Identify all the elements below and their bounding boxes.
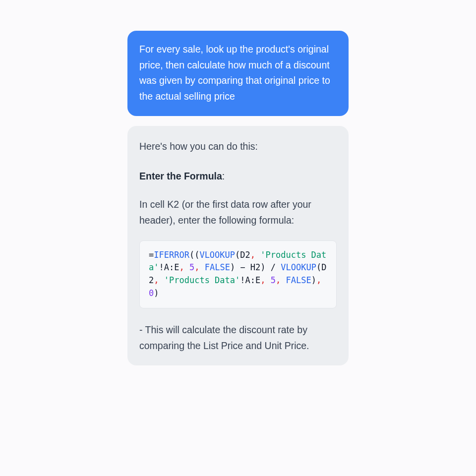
- code-token: VLOOKUP: [281, 262, 316, 272]
- assistant-bullet: - This will calculate the discount rate …: [139, 322, 337, 354]
- user-message-bubble: For every sale, look up the product's or…: [127, 31, 349, 116]
- code-token: =: [149, 250, 154, 260]
- code-token: ,: [154, 275, 159, 285]
- chat-column: For every sale, look up the product's or…: [127, 31, 349, 365]
- assistant-message-bubble: Here's how you can do this: Enter the Fo…: [127, 126, 349, 365]
- code-token: FALSE: [286, 275, 311, 285]
- assistant-heading: Enter the Formula:: [139, 169, 337, 184]
- code-token: ,: [179, 262, 184, 272]
- code-token: ((: [189, 250, 199, 260]
- code-token: IFERROR: [154, 250, 189, 260]
- code-token: [265, 275, 270, 285]
- assistant-paragraph: In cell K2 (or the first data row after …: [139, 197, 337, 228]
- code-token: (D2: [235, 250, 250, 260]
- code-token: ): [311, 275, 316, 285]
- assistant-intro: Here's how you can do this:: [139, 139, 337, 155]
- assistant-heading-text: Enter the Formula: [139, 171, 222, 181]
- code-token: 5: [189, 262, 194, 272]
- code-token: ,: [276, 275, 281, 285]
- code-token: 5: [271, 275, 276, 285]
- code-token: ): [154, 288, 159, 298]
- code-token: !A:E: [159, 262, 179, 272]
- code-token: [199, 262, 204, 272]
- code-token: [255, 250, 260, 260]
- code-token: [281, 275, 286, 285]
- code-token: !A:E: [240, 275, 260, 285]
- code-token: 0: [149, 288, 154, 298]
- code-token: [184, 262, 189, 272]
- code-token: 'Products Data': [164, 275, 240, 285]
- code-token: ,: [194, 262, 199, 272]
- code-token: ,: [260, 275, 265, 285]
- assistant-heading-colon: :: [222, 171, 225, 181]
- code-token: FALSE: [205, 262, 230, 272]
- code-token: ,: [250, 250, 255, 260]
- code-token: [159, 275, 164, 285]
- code-token: VLOOKUP: [199, 250, 235, 260]
- code-token: ,: [316, 275, 321, 285]
- code-token: ) − H2) /: [230, 262, 281, 272]
- formula-code-block: =IFERROR((VLOOKUP(D2, 'Products Data'!A:…: [139, 240, 337, 308]
- user-message-text: For every sale, look up the product's or…: [139, 44, 330, 102]
